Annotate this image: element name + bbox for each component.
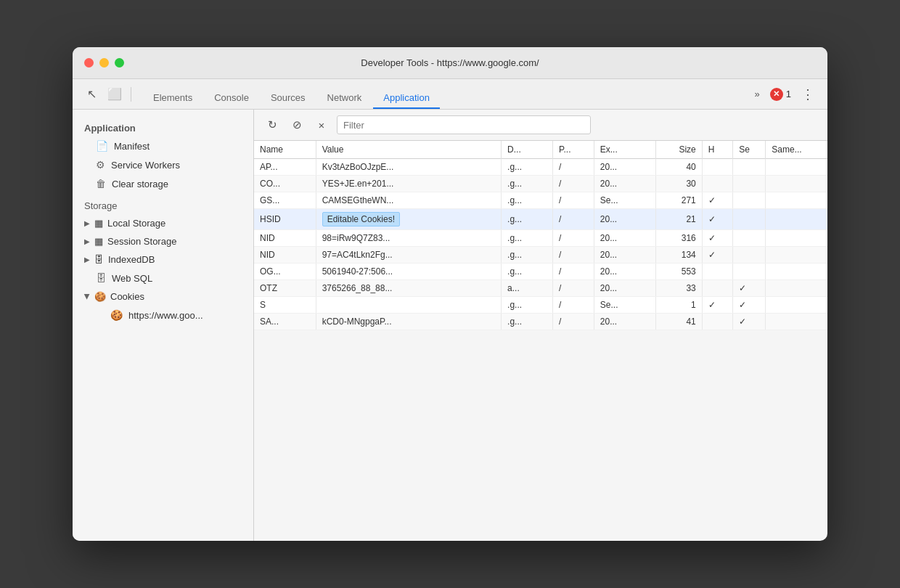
sidebar-item-web-sql[interactable]: 🗄 Web SQL	[73, 269, 253, 287]
cell-value[interactable]: kCD0-MNgpgaP...	[316, 314, 501, 330]
tab-console[interactable]: Console	[204, 88, 259, 109]
col-header-path[interactable]: P...	[553, 141, 594, 159]
cell-secure	[733, 176, 766, 192]
table-row[interactable]: SA... kCD0-MNgpgaP... .g... / 20... 41 ✓	[254, 314, 827, 330]
tab-network[interactable]: Network	[317, 88, 372, 109]
sidebar-item-service-workers[interactable]: ⚙ Service Workers	[73, 155, 253, 174]
cell-httponly	[702, 314, 733, 330]
sidebar-item-cookies-url[interactable]: 🍪 https://www.goo...	[73, 306, 253, 324]
col-header-httponly[interactable]: H	[702, 141, 733, 159]
cell-value[interactable]: CAMSEGtheWN...	[316, 192, 501, 209]
sidebar-item-indexeddb[interactable]: ▶ 🗄 IndexedDB	[73, 250, 253, 269]
col-header-name[interactable]: Name	[254, 141, 316, 159]
col-header-domain[interactable]: D...	[502, 141, 553, 159]
cell-expires: 20...	[594, 314, 655, 330]
sidebar-item-cookies[interactable]: ▶ 🍪 Cookies	[73, 287, 253, 306]
table-row[interactable]: OTZ 3765266_88_88... a... / 20... 33 ✓	[254, 280, 827, 297]
table-row[interactable]: CO... YES+JE.en+201... .g... / 20... 30	[254, 176, 827, 192]
table-row[interactable]: S .g... / Se... 1 ✓ ✓	[254, 297, 827, 314]
maximize-button[interactable]	[115, 58, 124, 68]
cell-httponly: ✓	[702, 209, 733, 230]
block-button[interactable]: ⊘	[287, 115, 306, 134]
col-header-expires[interactable]: Ex...	[594, 141, 655, 159]
cell-size: 33	[655, 280, 702, 297]
cell-secure	[733, 264, 766, 280]
cell-httponly	[702, 176, 733, 192]
cell-path: /	[553, 264, 594, 280]
sidebar-item-session-storage[interactable]: ▶ ▦ Session Storage	[73, 232, 253, 250]
col-header-secure[interactable]: Se	[733, 141, 766, 159]
editable-cell[interactable]: Editable Cookies!	[322, 212, 400, 226]
cell-value[interactable]: 98=iRw9Q7Z83...	[316, 230, 501, 247]
cell-secure: ✓	[733, 280, 766, 297]
more-tabs-button[interactable]: »	[750, 89, 764, 99]
clear-button[interactable]: ×	[312, 115, 331, 134]
col-header-samesite[interactable]: Same...	[766, 141, 827, 159]
cell-name: OTZ	[254, 280, 316, 297]
cell-value[interactable]: 5061940-27:506...	[316, 264, 501, 280]
cell-expires: Se...	[594, 297, 655, 314]
cell-expires: 20...	[594, 247, 655, 264]
cell-size: 40	[655, 159, 702, 176]
cell-size: 30	[655, 176, 702, 192]
tab-extras: » ✕ 1 ⋮	[750, 86, 819, 102]
cell-samesite	[766, 297, 827, 314]
sidebar-item-cookies-label: Cookies	[110, 291, 144, 302]
refresh-button[interactable]: ↻	[263, 115, 282, 134]
cell-samesite	[766, 314, 827, 330]
cell-domain: .g...	[502, 176, 553, 192]
table-body: AP... Kv3tAzBoOJzpE... .g... / 20... 40 …	[254, 159, 827, 330]
cell-expires: Se...	[594, 192, 655, 209]
menu-button[interactable]: ⋮	[797, 86, 819, 102]
cell-value[interactable]: 3765266_88_88...	[316, 280, 501, 297]
table-row[interactable]: GS... CAMSEGtheWN... .g... / Se... 271 ✓	[254, 192, 827, 209]
sidebar-item-web-sql-label: Web SQL	[112, 273, 152, 284]
sidebar-item-manifest[interactable]: 📄 Manifest	[73, 136, 253, 155]
tab-toolbar: ↖ ⬜ Elements Console Sources Network App…	[73, 79, 827, 110]
cell-value[interactable]: YES+JE.en+201...	[316, 176, 501, 192]
tab-sources[interactable]: Sources	[261, 88, 316, 109]
cell-value[interactable]: Editable Cookies!	[316, 209, 501, 230]
minimize-button[interactable]	[99, 58, 109, 68]
cell-value[interactable]: Kv3tAzBoOJzpE...	[316, 159, 501, 176]
session-storage-icon: ▦	[94, 236, 103, 247]
device-icon[interactable]: ⬜	[105, 84, 125, 105]
cell-httponly	[702, 159, 733, 176]
service-workers-icon: ⚙	[96, 159, 105, 171]
cell-name: GS...	[254, 192, 316, 209]
sidebar-item-indexeddb-label: IndexedDB	[108, 254, 155, 265]
col-header-value[interactable]: Value	[316, 141, 501, 159]
cell-size: 316	[655, 230, 702, 247]
table-row[interactable]: HSID Editable Cookies! .g... / 20... 21 …	[254, 209, 827, 230]
cell-value[interactable]: 97=AC4tLkn2Fg...	[316, 247, 501, 264]
cell-path: /	[553, 209, 594, 230]
sidebar-item-manifest-label: Manifest	[114, 141, 150, 152]
cell-name: NID	[254, 230, 316, 247]
sidebar-item-local-storage[interactable]: ▶ ▦ Local Storage	[73, 214, 253, 232]
cell-size: 134	[655, 247, 702, 264]
cell-samesite	[766, 230, 827, 247]
cell-value[interactable]	[316, 297, 501, 314]
cell-name: S	[254, 297, 316, 314]
cell-secure	[733, 192, 766, 209]
col-header-size[interactable]: Size	[655, 141, 702, 159]
cell-domain: .g...	[502, 192, 553, 209]
error-icon: ✕	[770, 88, 783, 101]
table-row[interactable]: NID 97=AC4tLkn2Fg... .g... / 20... 134 ✓	[254, 247, 827, 264]
cursor-icon[interactable]: ↖	[81, 84, 102, 105]
cell-name: AP...	[254, 159, 316, 176]
cell-domain: .g...	[502, 209, 553, 230]
cell-name: OG...	[254, 264, 316, 280]
close-button[interactable]	[84, 58, 94, 68]
sidebar-item-clear-storage[interactable]: 🗑 Clear storage	[73, 174, 253, 193]
table-row[interactable]: AP... Kv3tAzBoOJzpE... .g... / 20... 40	[254, 159, 827, 176]
tab-elements[interactable]: Elements	[143, 88, 202, 109]
filter-input[interactable]	[337, 115, 591, 134]
cell-size: 41	[655, 314, 702, 330]
table-row[interactable]: NID 98=iRw9Q7Z83... .g... / 20... 316 ✓	[254, 230, 827, 247]
cookies-table-container: Name Value D... P... Ex... Size H Se Sam…	[254, 141, 827, 541]
tab-application[interactable]: Application	[373, 88, 440, 109]
cell-secure: ✓	[733, 297, 766, 314]
web-sql-icon: 🗄	[96, 272, 106, 284]
table-row[interactable]: OG... 5061940-27:506... .g... / 20... 55…	[254, 264, 827, 280]
